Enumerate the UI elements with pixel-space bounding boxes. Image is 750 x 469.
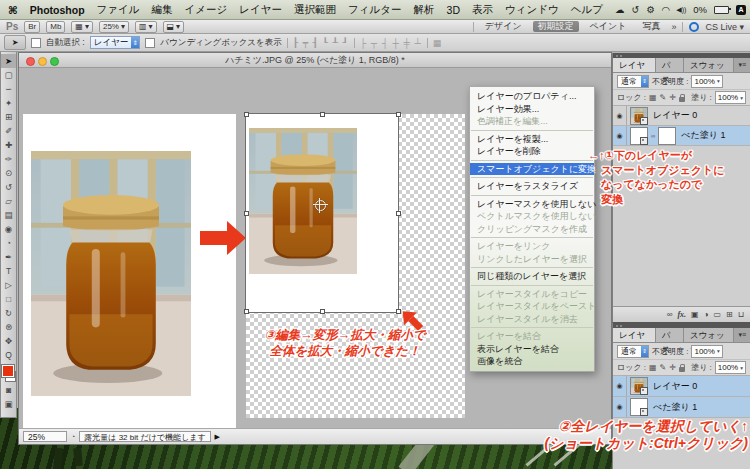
apple-menu-icon[interactable]: ⌘: [8, 4, 18, 16]
align-vcenter-icon[interactable]: ┸: [332, 38, 338, 48]
tab-paths[interactable]: パス: [656, 328, 684, 342]
move-tool[interactable]: ➤: [1, 54, 16, 68]
lock-position-icon[interactable]: ✛: [669, 93, 676, 102]
delete-layer-icon[interactable]: ⊔: [738, 310, 744, 319]
layer-row-layer0[interactable]: ◉ レイヤー 0: [613, 106, 750, 126]
align-left-icon[interactable]: ┠: [293, 38, 299, 48]
tab-layers[interactable]: レイヤー: [613, 58, 656, 72]
menu-item-merge-visible[interactable]: 表示レイヤーを結合: [470, 343, 594, 356]
align-right-icon[interactable]: ┨: [313, 38, 319, 48]
transform-handle-top-center[interactable]: [320, 112, 325, 117]
transform-handle-top-left[interactable]: [244, 112, 249, 117]
cloud-icon[interactable]: ☁: [615, 4, 625, 15]
menu-edit[interactable]: 編集: [152, 3, 173, 17]
marquee-tool[interactable]: ▢: [1, 68, 16, 82]
menu-layer[interactable]: レイヤー: [239, 3, 282, 17]
menu-view[interactable]: 表示: [472, 3, 493, 17]
bridge-button[interactable]: Br: [24, 21, 40, 33]
menu-analysis[interactable]: 解析: [414, 3, 435, 17]
healing-brush-tool[interactable]: ✚: [1, 138, 16, 152]
transform-reference-point[interactable]: [315, 200, 326, 211]
quick-select-tool[interactable]: ✦: [1, 96, 16, 110]
layer-style-icon[interactable]: fx.: [677, 310, 686, 319]
fill-field[interactable]: 100%▾: [715, 361, 746, 374]
workspace-paint[interactable]: ペイント: [585, 20, 632, 33]
tab-swatches[interactable]: スウォッチ: [684, 58, 735, 72]
fill-layer-thumbnail[interactable]: [630, 398, 648, 416]
foreground-color-swatch[interactable]: [2, 365, 14, 377]
eraser-tool[interactable]: ▱: [1, 194, 16, 208]
tab-swatches[interactable]: スウォッチ: [684, 328, 735, 342]
view-extras-button[interactable]: ▦ ▾: [71, 21, 93, 33]
visibility-eye-icon[interactable]: ◉: [613, 126, 627, 145]
align-bottom-icon[interactable]: ┚: [342, 38, 348, 48]
battery-icon[interactable]: [714, 6, 729, 14]
time-machine-icon[interactable]: ↺: [631, 4, 639, 15]
shape-tool[interactable]: □: [1, 292, 16, 306]
wifi-icon[interactable]: ◠: [662, 4, 669, 15]
history-brush-tool[interactable]: ↺: [1, 180, 16, 194]
visibility-eye-icon[interactable]: ◉: [613, 106, 627, 125]
dodge-tool[interactable]: ◔: [1, 236, 16, 250]
lasso-tool[interactable]: ∽: [1, 82, 16, 96]
tab-paths[interactable]: パス: [656, 58, 684, 72]
gear-icon[interactable]: ⚙: [646, 4, 655, 15]
lock-all-icon[interactable]: [679, 367, 685, 372]
layer-name[interactable]: レイヤー 0: [653, 380, 697, 393]
auto-select-dropdown[interactable]: レイヤー ⇕: [90, 36, 141, 49]
document-titlebar[interactable]: ハチミツ.JPG @ 25% (べた塗り 1, RGB/8) *: [19, 53, 611, 68]
menu-photoshop[interactable]: Photoshop: [30, 4, 85, 16]
lock-pixels-icon[interactable]: ✎: [660, 93, 667, 102]
panel-menu-icon[interactable]: ▾≡: [734, 328, 750, 342]
visibility-eye-icon[interactable]: ◉: [613, 376, 627, 396]
lock-pixels-icon[interactable]: ✎: [660, 363, 667, 372]
bounding-box-checkbox[interactable]: [145, 38, 155, 48]
layer-thumbnail[interactable]: [630, 107, 648, 125]
path-select-tool[interactable]: ▷: [1, 278, 16, 292]
menu-item-rasterize-layer[interactable]: レイヤーをラスタライズ: [470, 180, 594, 193]
distribute-icon-3[interactable]: ┤: [382, 38, 389, 48]
layer-name[interactable]: レイヤー 0: [653, 109, 697, 122]
distribute-icon-1[interactable]: ├: [360, 38, 367, 48]
type-tool[interactable]: T: [1, 264, 16, 278]
mini-bridge-button[interactable]: Mb: [46, 21, 65, 33]
crop-tool[interactable]: ⊞: [1, 110, 16, 124]
layer-row-fill1[interactable]: ◉ べた塗り 1: [613, 397, 750, 418]
opacity-field[interactable]: 100%▾: [691, 75, 722, 88]
orbit-3d-tool[interactable]: ⊛: [1, 320, 16, 334]
menu-item-duplicate-layer[interactable]: レイヤーを複製...: [470, 133, 594, 146]
clone-stamp-tool[interactable]: ⊙: [1, 166, 16, 180]
gradient-tool[interactable]: ▤: [1, 208, 16, 222]
distribute-icon-6[interactable]: ┴: [414, 38, 421, 48]
blur-tool[interactable]: ◉: [1, 222, 16, 236]
menu-item-select-similar-layers[interactable]: 同じ種類のレイヤーを選択: [470, 270, 594, 283]
status-zoom-field[interactable]: 25%: [23, 431, 67, 442]
menu-item-layer-effects[interactable]: レイヤー効果...: [470, 103, 594, 116]
layer-mask-thumbnail[interactable]: [658, 127, 676, 145]
pen-tool[interactable]: ✒: [1, 250, 16, 264]
layer-row-fill1[interactable]: ◉ ∞ べた塗り 1: [613, 126, 750, 146]
transform-handle-bottom-center[interactable]: [320, 309, 325, 314]
zoom-tool[interactable]: Q: [1, 348, 16, 362]
workspace-essentials[interactable]: 初期設定: [533, 21, 579, 32]
distribute-icon-5[interactable]: ╪: [403, 38, 410, 48]
opacity-field[interactable]: 100%▾: [691, 345, 722, 358]
workspace-design[interactable]: デザイン: [480, 20, 527, 33]
lock-all-icon[interactable]: [679, 97, 685, 102]
menu-filter[interactable]: フィルター: [348, 3, 401, 17]
visibility-eye-icon[interactable]: ◉: [613, 397, 627, 417]
align-hcenter-icon[interactable]: ┯: [303, 38, 309, 48]
lock-transparency-icon[interactable]: ▦: [649, 363, 657, 372]
layer-row-layer0[interactable]: ◉ レイヤー 0: [613, 376, 750, 397]
auto-select-checkbox[interactable]: [31, 38, 41, 48]
menu-help[interactable]: ヘルプ: [571, 3, 603, 17]
brush-tool[interactable]: ✑: [1, 152, 16, 166]
lock-transparency-icon[interactable]: ▦: [649, 93, 657, 102]
menu-file[interactable]: ファイル: [97, 3, 140, 17]
eyedropper-tool[interactable]: ✐: [1, 124, 16, 138]
layer-name[interactable]: べた塗り 1: [653, 401, 697, 414]
status-flyout-arrow[interactable]: ▶: [215, 433, 220, 441]
layer-thumbnail[interactable]: [630, 377, 648, 395]
zoom-level-dropdown[interactable]: 25% ▾: [99, 21, 129, 33]
quick-mask-button[interactable]: ◙: [1, 383, 16, 397]
